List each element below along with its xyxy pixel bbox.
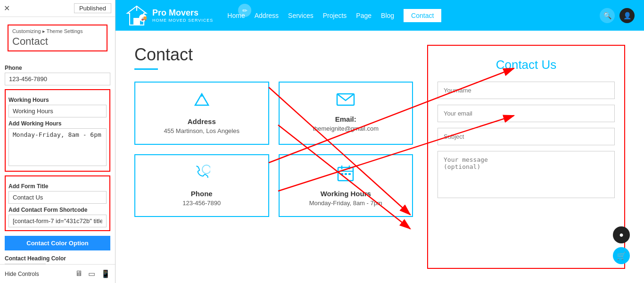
phone-title: Phone (191, 190, 213, 198)
add-shortcode-input[interactable] (8, 215, 107, 227)
user-icon-button[interactable]: 👤 (619, 8, 635, 23)
address-value: 455 Martinson, Los Angeles (164, 127, 239, 134)
your-email-input[interactable] (438, 105, 615, 122)
hide-controls-label[interactable]: Hide Controls (5, 271, 39, 277)
nav-link-contact[interactable]: Contact (404, 9, 441, 22)
fab-area: ● 🛒 (613, 226, 630, 264)
contact-card-email: Email: themeignite@gmail.com (279, 82, 413, 145)
contact-title-underline (134, 68, 158, 70)
logo-svg: 🚚 (125, 4, 149, 27)
search-icon-button[interactable]: 🔍 (600, 8, 615, 23)
tablet-icon[interactable]: ▭ (88, 269, 95, 278)
contact-page-title: Contact (134, 45, 413, 65)
nav-link-projects[interactable]: Projects (323, 12, 347, 19)
add-working-hours-textarea[interactable]: Monday-Friday, 8am - 6pm (8, 128, 107, 166)
email-icon (336, 92, 355, 110)
left-panel: ✕ Published ‹ Customizing ▸ Theme Settin… (0, 0, 116, 283)
form-title-section: Add Form Title Add Contact Form Shortcod… (5, 175, 110, 231)
logo-text: Pro Movers HOME MOVED SERVICES (152, 8, 213, 23)
working-hours-label: Working Hours (8, 97, 107, 103)
working-hours-card-value: Monday-Friday, 8am - 7pm (309, 200, 382, 207)
contact-card-working-hours: Working Hours Monday-Friday, 8am - 7pm (279, 154, 413, 217)
svg-rect-15 (348, 173, 351, 175)
content-wrapper: ✏ 🚚 Pro Movers HOME MOVED SERVICES Home … (116, 0, 644, 283)
message-textarea[interactable] (438, 151, 615, 198)
contact-form-panel: Contact Us (427, 45, 625, 269)
close-button[interactable]: ✕ (4, 4, 10, 13)
svg-point-8 (202, 165, 210, 174)
svg-text:🚚: 🚚 (141, 15, 147, 21)
working-hours-section: Working Hours Add Working Hours Monday-F… (5, 89, 110, 172)
calendar-icon (337, 165, 354, 185)
pencil-edit-icon[interactable]: ✏ (238, 4, 251, 17)
address-title: Address (188, 117, 216, 125)
contact-cards-grid: Address 455 Martinson, Los Angeles Email… (134, 82, 413, 217)
published-button[interactable]: Published (74, 3, 111, 13)
customizing-section: Customizing ▸ Theme Settings Contact (8, 25, 107, 51)
contact-color-option-button[interactable]: Contact Color Option (5, 236, 110, 250)
subject-input[interactable] (438, 128, 615, 145)
nav-icons: 🔍 👤 (600, 8, 635, 23)
add-form-title-label: Add Form Title (8, 183, 107, 190)
nav-link-services[interactable]: Services (288, 12, 314, 19)
add-working-hours-label: Add Working Hours (8, 120, 107, 127)
nav-link-blog[interactable]: Blog (381, 12, 394, 19)
nav-link-page[interactable]: Page (356, 12, 372, 19)
email-title: Email: (335, 115, 356, 123)
page-content: Contact Address 455 Martinson, Los Angel… (116, 31, 644, 283)
nav-link-about[interactable]: Address (255, 12, 279, 19)
contact-left: Contact Address 455 Martinson, Los Angel… (134, 45, 413, 269)
nav-links: Home Address Services Projects Page Blog… (227, 9, 600, 22)
device-icons: 🖥 ▭ 📱 (75, 269, 110, 278)
add-form-title-input[interactable] (8, 191, 107, 204)
fab-cart-button[interactable]: 🛒 (613, 247, 630, 264)
nav-bar: ✏ 🚚 Pro Movers HOME MOVED SERVICES Home … (116, 0, 644, 31)
working-hours-card-title: Working Hours (321, 190, 371, 198)
logo-area: ✏ 🚚 Pro Movers HOME MOVED SERVICES (125, 4, 213, 27)
logo-main-text: Pro Movers (152, 8, 213, 18)
phone-icon (193, 165, 210, 185)
desktop-icon[interactable]: 🖥 (75, 269, 83, 278)
working-hours-input[interactable] (8, 105, 107, 117)
contact-card-address: Address 455 Martinson, Los Angeles (134, 82, 269, 145)
svg-rect-1 (133, 18, 140, 25)
address-icon (193, 92, 210, 113)
svg-rect-14 (345, 173, 347, 175)
panel-scroll: Phone Working Hours Add Working Hours Mo… (0, 57, 115, 264)
panel-bottom: Hide Controls 🖥 ▭ 📱 (0, 264, 115, 283)
contact-card-phone: Phone 123-456-7890 (134, 154, 269, 217)
customizing-section-title: Contact (12, 35, 103, 48)
phone-input[interactable] (5, 73, 110, 85)
phone-value: 123-456-7890 (182, 200, 221, 207)
phone-label: Phone (5, 65, 110, 71)
customizing-breadcrumb: Customizing ▸ Theme Settings (12, 28, 103, 34)
fab-dark-button[interactable]: ● (613, 226, 630, 243)
contact-heading-color-label: Contact Heading Color (5, 255, 110, 262)
logo-sub-text: HOME MOVED SERVICES (152, 18, 213, 23)
add-shortcode-label: Add Contact Form Shortcode (8, 207, 107, 213)
mobile-icon[interactable]: 📱 (101, 269, 110, 278)
contact-us-title: Contact Us (438, 58, 615, 72)
your-name-input[interactable] (438, 82, 615, 99)
top-bar: ✕ Published (0, 0, 115, 17)
svg-rect-13 (341, 173, 343, 175)
email-value: themeignite@gmail.com (313, 125, 379, 132)
